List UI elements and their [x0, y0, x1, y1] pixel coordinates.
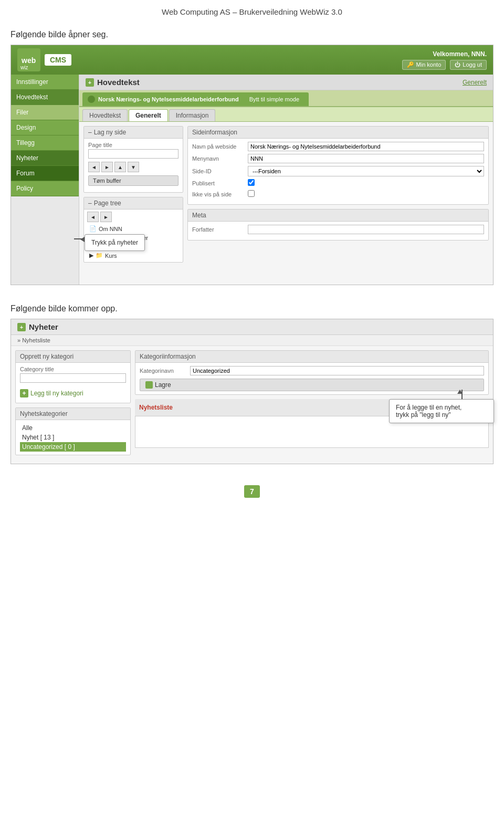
page-title-input[interactable]	[88, 149, 178, 159]
sideid-value: ---Forsiden	[248, 166, 484, 176]
logg-ut-link[interactable]: ⏻ Logg ut	[450, 60, 487, 70]
top-links: 🔑 Min konto ⏻ Logg ut	[402, 60, 487, 70]
right-panel: Sideinformasjon Navn på webside	[187, 126, 489, 267]
kat-info-body: Kategorinavn Lagre	[135, 363, 488, 394]
sideid-label: Side-ID	[192, 168, 245, 174]
ikkevis-label: Ikke vis på side	[192, 191, 245, 197]
publisert-value	[248, 179, 484, 187]
folder-icon-3: ▶	[89, 252, 93, 259]
nyheter-body: Opprett ny kategori Category title + Leg…	[11, 346, 493, 464]
content-header-title: + Hovedtekst	[86, 78, 140, 87]
info-row-navn: Navn på webside	[192, 142, 484, 151]
tom-buffer-button[interactable]: Tøm buffer	[88, 175, 178, 186]
publisert-label: Publisert	[192, 180, 245, 186]
side-info-header: Sideinformasjon	[188, 127, 488, 139]
nyhetskategorier-header: Nyhetskategorier	[16, 408, 130, 420]
info-row-sideid: Side-ID ---Forsiden	[192, 166, 484, 176]
lag-ny-side-header: – Lag ny side	[84, 127, 183, 139]
meta-body: Forfatter	[188, 222, 488, 240]
header-icon: +	[86, 78, 94, 87]
nyheter-header: + Nyheter	[11, 319, 493, 335]
page-icon: 📄	[89, 225, 97, 232]
min-konto-label: Min konto	[416, 61, 442, 68]
page-title: Web Computing AS – Brukerveiledning WebW…	[0, 0, 504, 22]
opprett-section: Opprett ny kategori Category title + Leg…	[15, 350, 131, 403]
forfatter-input[interactable]	[248, 225, 484, 234]
forfatter-value	[248, 225, 484, 234]
generelt-link[interactable]: Generelt	[463, 79, 487, 86]
kat-info-header: Kategoriinformasjon	[135, 351, 488, 363]
webwiz-logo: web wiz	[17, 48, 40, 71]
lagre-button[interactable]: Lagre	[140, 379, 484, 391]
callout-arrow-head	[80, 237, 85, 242]
cat-title-input[interactable]	[20, 373, 126, 383]
tree-btn-2[interactable]: ►	[100, 212, 112, 222]
navn-input[interactable]	[248, 142, 484, 151]
ikkevis-checkbox[interactable]	[248, 190, 255, 197]
info-row-forfatter: Forfatter	[192, 225, 484, 234]
nyhetsliste-container: Nyhetsliste + Legg til ny For å legge ti…	[135, 399, 489, 448]
header-title-text: Hovedtekst	[97, 78, 140, 87]
sidebar-item-tillegg[interactable]: Tillegg	[11, 135, 79, 151]
menynavn-input[interactable]	[248, 154, 484, 163]
org-selector[interactable]: Norsk Nærings- og Nytelsesmiddelarbeider…	[82, 92, 309, 106]
cat-title-label: Category title	[20, 366, 126, 372]
min-konto-link[interactable]: 🔑 Min konto	[402, 60, 446, 70]
toolbar-btn-3[interactable]: ▲	[114, 162, 126, 172]
sidebar-item-filer[interactable]: Filer	[11, 105, 79, 120]
tab-informasjon[interactable]: Informasjon	[169, 109, 216, 121]
sideid-select[interactable]: ---Forsiden	[248, 166, 484, 176]
side-info-section: Sideinformasjon Navn på webside	[187, 126, 489, 205]
sidebar-item-forum[interactable]: Forum	[11, 166, 79, 181]
tab-hovedtekst[interactable]: Hovedtekst	[82, 109, 128, 121]
sidebar-item-nyheter[interactable]: Nyheter	[11, 151, 79, 166]
tree-item-om-nnn[interactable]: 📄 Om NNN	[87, 224, 180, 233]
cat-alle[interactable]: Alle	[20, 423, 126, 433]
svg-text:wiz: wiz	[20, 65, 28, 70]
info-row-ikkevis: Ikke vis på side	[192, 190, 484, 198]
callout-legg-til-box: For å legge til en nyhet, trykk på "legg…	[389, 399, 494, 423]
logo-area: web wiz CMS	[17, 48, 71, 71]
bytt-button[interactable]: Bytt til simple mode	[245, 95, 303, 104]
callout-nyheter-box: Trykk på nyheter	[85, 234, 145, 251]
cat-list: Alle Nyhet [ 13 ] Uncategorized [ 0 ]	[20, 423, 126, 452]
tree-item-kurs[interactable]: ▶ 📁 Kurs	[87, 251, 180, 260]
tree-icon-folder-3: 📁	[96, 252, 103, 259]
lagre-label: Lagre	[155, 381, 171, 389]
opprett-header: Opprett ny kategori	[16, 351, 130, 363]
lagre-icon	[145, 381, 153, 389]
toolbar-btn-4[interactable]: ▼	[128, 162, 139, 172]
main-layout: Innstillinger Hovedtekst Filer Design Ti…	[11, 75, 493, 285]
kat-navn-input[interactable]	[190, 366, 484, 375]
sidebar-item-innstillinger[interactable]: Innstillinger	[11, 75, 79, 90]
lag-ny-side-label: Lag ny side	[94, 129, 126, 136]
cat-uncategorized[interactable]: Uncategorized [ 0 ]	[20, 442, 126, 452]
forfatter-label: Forfatter	[192, 226, 245, 233]
kat-info-section: Kategoriinformasjon Kategorinavn Lagre	[135, 350, 489, 395]
page-tree-label-text: Page tree	[94, 200, 121, 207]
nyheter-left: Opprett ny kategori Category title + Leg…	[15, 350, 131, 459]
cms-badge: CMS	[45, 54, 71, 66]
sidebar-item-hovedtekst[interactable]: Hovedtekst	[11, 90, 79, 105]
cat-nyhet[interactable]: Nyhet [ 13 ]	[20, 433, 126, 442]
sidebar-item-design[interactable]: Design	[11, 120, 79, 135]
section2-label: Følgende bilde kommer opp.	[0, 296, 504, 319]
nyheter-breadcrumb: » Nyhetsliste	[11, 335, 493, 346]
tab-bar: Norsk Nærings- og Nytelsesmiddelarbeider…	[79, 90, 493, 107]
sidebar-item-policy[interactable]: Policy	[11, 181, 79, 196]
toolbar-btn-1[interactable]: ◄	[88, 162, 100, 172]
lag-ny-side-body: Page title ◄ ► ▲ ▼ Tøm buffer	[84, 139, 183, 192]
callout-line1: For å legge til en nyhet,	[396, 404, 487, 411]
content-header: + Hovedtekst Generelt	[79, 75, 493, 90]
toolbar-btn-2[interactable]: ►	[101, 162, 113, 172]
legg-til-kategori-btn[interactable]: + Legg til ny kategori	[20, 387, 126, 400]
legg-til-label: Legg til ny kategori	[30, 390, 83, 397]
logout-icon: ⏻	[455, 61, 460, 68]
nyhetskategorier-body: Alle Nyhet [ 13 ] Uncategorized [ 0 ]	[16, 420, 130, 455]
tree-btn-1[interactable]: ◄	[87, 212, 99, 222]
publisert-checkbox[interactable]	[248, 179, 255, 186]
ikkevis-value	[248, 190, 484, 198]
menynavn-label: Menynavn	[192, 155, 245, 162]
tab-generelt[interactable]: Generelt	[129, 109, 168, 121]
page-tree-label: – Page tree	[84, 197, 183, 210]
